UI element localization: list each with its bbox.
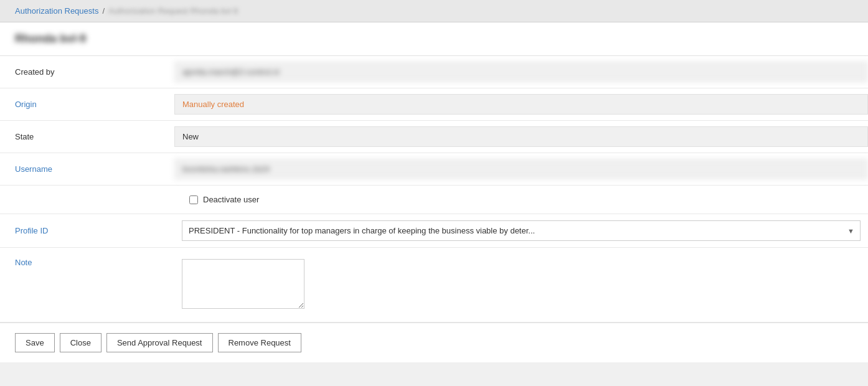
send-approval-button[interactable]: Send Approval Request	[106, 333, 213, 352]
deactivate-checkbox[interactable]	[189, 195, 198, 204]
created-by-value: ajonita.march@2-control.nl	[174, 62, 868, 82]
breadcrumb: Authorization Requests / Authorization R…	[0, 0, 868, 22]
close-button[interactable]: Close	[60, 333, 101, 352]
username-value: bvontisha.rashkins.1b24	[174, 159, 868, 179]
deactivate-label[interactable]: Deactivate user	[203, 195, 259, 204]
username-label: Username	[0, 156, 174, 182]
form-row-created-by: Created by ajonita.march@2-control.nl	[0, 56, 868, 88]
form-row-origin: Origin Manually created	[0, 88, 868, 121]
remove-request-button[interactable]: Remove Request	[218, 333, 301, 352]
save-button[interactable]: Save	[15, 333, 55, 352]
page-content: Rhonda bvl-9 Created by ajonita.march@2-…	[0, 22, 868, 362]
state-text: New	[182, 132, 199, 141]
page-header: Rhonda bvl-9	[0, 22, 868, 56]
origin-value: Manually created	[174, 94, 868, 115]
form-row-state: State New	[0, 121, 868, 153]
profile-id-value-wrapper: PRESIDENT - Functionality for top manage…	[174, 214, 868, 247]
form-row-username: Username bvontisha.rashkins.1b24	[0, 153, 868, 186]
origin-text: Manually created	[182, 100, 244, 109]
form-section: Created by ajonita.march@2-control.nl Or…	[0, 56, 868, 322]
state-label: State	[0, 123, 174, 150]
note-value-wrapper	[174, 248, 868, 322]
form-row-profile-id: Profile ID PRESIDENT - Functionality for…	[0, 214, 868, 248]
form-row-note: Note	[0, 248, 868, 322]
deactivate-inner: Deactivate user	[189, 195, 259, 204]
buttons-bar: Save Close Send Approval Request Remove …	[0, 322, 868, 362]
origin-label: Origin	[0, 91, 174, 118]
profile-dropdown-wrapper: PRESIDENT - Functionality for top manage…	[182, 220, 861, 241]
profile-id-dropdown[interactable]: PRESIDENT - Functionality for top manage…	[182, 220, 861, 241]
breadcrumb-current: Authorization Request Rhonda bvl 8	[108, 6, 238, 16]
deactivate-row: Deactivate user	[0, 186, 868, 214]
breadcrumb-link[interactable]: Authorization Requests	[15, 6, 98, 16]
breadcrumb-separator: /	[102, 6, 105, 16]
note-textarea[interactable]	[182, 259, 304, 309]
state-value: New	[174, 126, 868, 147]
created-by-label: Created by	[0, 59, 174, 85]
page-title: Rhonda bvl-9	[15, 32, 86, 45]
note-label: Note	[0, 248, 174, 276]
profile-id-label: Profile ID	[0, 217, 174, 244]
